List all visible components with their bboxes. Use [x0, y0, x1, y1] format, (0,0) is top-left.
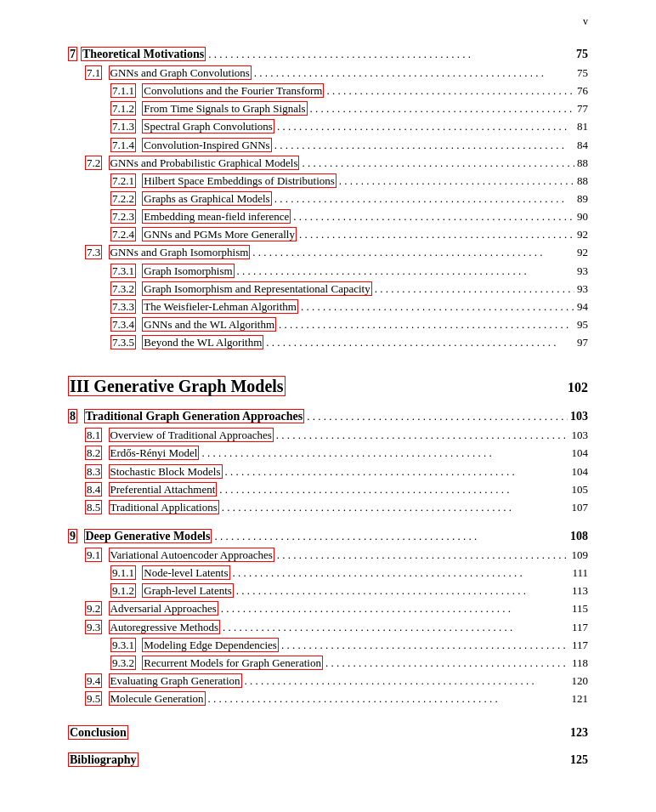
subsection-9-3-1-num[interactable]: 9.3.1 — [110, 637, 136, 654]
subsection-7-3-3: 7.3.3 The Weisfieler-Lehman Algorithm 94 — [68, 298, 588, 315]
subsection-7-1-4-title[interactable]: Convolution-Inspired GNNs — [139, 137, 272, 154]
section-8-5-num[interactable]: 8.5 — [85, 499, 102, 516]
subsection-7-3-2-dots — [375, 281, 574, 298]
chapter-9-title[interactable]: Deep Generative Models — [81, 530, 212, 543]
chapter-7-num[interactable]: 7 — [68, 48, 77, 61]
subsection-7-2-3-num[interactable]: 7.2.3 — [110, 208, 136, 225]
chapter-8-title[interactable]: Traditional Graph Generation Approaches — [81, 410, 304, 423]
section-8-3-num[interactable]: 8.3 — [85, 463, 102, 480]
subsection-7-3-4-title[interactable]: GNNs and the WL Algorithm — [139, 316, 276, 333]
chapter-7-title[interactable]: Theoretical Motivations — [81, 48, 206, 61]
subsection-7-3-1-num[interactable]: 7.3.1 — [110, 263, 136, 280]
subsection-7-1-1-page: 76 — [577, 82, 588, 99]
section-9-5-dots — [208, 690, 569, 707]
subsection-7-1-2-title[interactable]: From Time Signals to Graph Signals — [139, 100, 308, 117]
section-9-5-num[interactable]: 9.5 — [85, 690, 102, 707]
subsection-9-1-1-page: 111 — [572, 565, 588, 582]
subsection-7-2-2-title[interactable]: Graphs as Graphical Models — [139, 190, 272, 207]
chapter-8-page: 103 — [570, 410, 588, 423]
section-9-2-title[interactable]: Adversarial Approaches — [105, 600, 218, 617]
section-8-4-num[interactable]: 8.4 — [85, 481, 102, 498]
subsection-7-1-2-page: 77 — [577, 100, 588, 117]
page-number: v — [583, 15, 588, 28]
subsection-9-1-2: 9.1.2 Graph-level Latents 113 — [68, 582, 588, 599]
section-8-1-num[interactable]: 8.1 — [85, 427, 102, 444]
section-8-1-title[interactable]: Overview of Traditional Approaches — [105, 427, 274, 444]
section-7-1-title[interactable]: GNNs and Graph Convolutions — [105, 65, 252, 82]
subsection-7-3-4: 7.3.4 GNNs and the WL Algorithm 95 — [68, 316, 588, 333]
subsection-9-3-1-title[interactable]: Modeling Edge Dependencies — [139, 637, 279, 654]
subsection-7-2-3-dots — [293, 208, 574, 225]
chapter-9-num[interactable]: 9 — [68, 530, 77, 543]
section-8-3-title[interactable]: Stochastic Block Models — [105, 463, 222, 480]
subsection-9-3-1-page: 117 — [572, 637, 588, 654]
section-9-5-title[interactable]: Molecule Generation — [105, 690, 205, 707]
subsection-7-1-1-dots — [326, 82, 574, 99]
part-3-title[interactable]: III Generative Graph Models — [68, 377, 286, 396]
section-7-2-title[interactable]: GNNs and Probabilistic Graphical Models — [105, 155, 299, 172]
subsection-7-1-4-dots — [274, 137, 574, 154]
subsection-9-1-2-num[interactable]: 9.1.2 — [110, 582, 136, 599]
bibliography-title[interactable]: Bibliography — [68, 753, 139, 767]
section-9-2-num[interactable]: 9.2 — [85, 600, 102, 617]
subsection-7-3-3-title[interactable]: The Weisfieler-Lehman Algorithm — [139, 298, 298, 315]
subsection-7-2-2-num[interactable]: 7.2.2 — [110, 190, 136, 207]
section-8-4-title[interactable]: Preferential Attachment — [105, 481, 217, 498]
section-9-1-title[interactable]: Variational Autoencoder Approaches — [105, 547, 274, 564]
subsection-7-3-5-dots — [266, 334, 574, 351]
subsection-7-1-1-num[interactable]: 7.1.1 — [110, 82, 136, 99]
subsection-9-3-2-num[interactable]: 9.3.2 — [110, 655, 136, 672]
section-7-3-num[interactable]: 7.3 — [85, 244, 102, 261]
subsection-7-1-1-title[interactable]: Convolutions and the Fourier Transform — [139, 82, 324, 99]
subsection-7-1-3-title[interactable]: Spectral Graph Convolutions — [139, 118, 274, 135]
section-9-4-num[interactable]: 9.4 — [85, 673, 102, 690]
section-9-3-title[interactable]: Autoregressive Methods — [105, 619, 220, 636]
subsection-7-2-1-title[interactable]: Hilbert Space Embeddings of Distribution… — [139, 173, 336, 190]
subsection-7-3-3-num[interactable]: 7.3.3 — [110, 298, 136, 315]
section-9-1-num[interactable]: 9.1 — [85, 547, 102, 564]
subsection-9-1-2-title[interactable]: Graph-level Latents — [139, 582, 234, 599]
subsection-9-3-1: 9.3.1 Modeling Edge Dependencies 117 — [68, 637, 588, 654]
section-8-2-title[interactable]: Erdős-Rényi Model — [105, 445, 199, 462]
subsection-7-3-5-title[interactable]: Beyond the WL Algorithm — [139, 334, 263, 351]
subsection-7-2-4-title[interactable]: GNNs and PGMs More Generally — [139, 226, 297, 243]
chapter-7-page: 75 — [576, 48, 588, 61]
subsection-7-3-4-num[interactable]: 7.3.4 — [110, 316, 136, 333]
section-7-1: 7.1 GNNs and Graph Convolutions 75 — [68, 65, 588, 82]
subsection-7-2-3-page: 90 — [577, 208, 588, 225]
subsection-9-3-2-title[interactable]: Recurrent Models for Graph Generation — [139, 655, 323, 672]
subsection-7-2-4-num[interactable]: 7.2.4 — [110, 226, 136, 243]
subsection-7-3-2: 7.3.2 Graph Isomorphism and Representati… — [68, 281, 588, 298]
subsection-7-3-2-title[interactable]: Graph Isomorphism and Representational C… — [139, 281, 372, 298]
bibliography-page: 125 — [570, 753, 588, 767]
subsection-7-3-5-num[interactable]: 7.3.5 — [110, 334, 136, 351]
section-9-1-dots — [277, 547, 569, 564]
subsection-9-1-1-num[interactable]: 9.1.1 — [110, 565, 136, 582]
section-8-1-page: 103 — [572, 427, 589, 444]
subsection-7-1-2-num[interactable]: 7.1.2 — [110, 100, 136, 117]
chapter-8-num[interactable]: 8 — [68, 410, 77, 423]
section-9-3-num[interactable]: 9.3 — [85, 619, 102, 636]
subsection-9-1-1-title[interactable]: Node-level Latents — [139, 565, 230, 582]
section-9-1: 9.1 Variational Autoencoder Approaches 1… — [68, 547, 588, 564]
section-8-5-title[interactable]: Traditional Applications — [105, 499, 219, 516]
subsection-9-1-1: 9.1.1 Node-level Latents 111 — [68, 565, 588, 582]
subsection-7-1-3-num[interactable]: 7.1.3 — [110, 118, 136, 135]
section-8-1-dots — [276, 427, 569, 444]
subsection-7-1-4: 7.1.4 Convolution-Inspired GNNs 84 — [68, 137, 588, 154]
section-7-2-num[interactable]: 7.2 — [85, 155, 102, 172]
subsection-7-1-4-num[interactable]: 7.1.4 — [110, 137, 136, 154]
part-3-entry: III Generative Graph Models 102 — [68, 377, 588, 396]
subsection-7-3-2-num[interactable]: 7.3.2 — [110, 281, 136, 298]
subsection-7-3-5: 7.3.5 Beyond the WL Algorithm 97 — [68, 334, 588, 351]
subsection-7-3-1-title[interactable]: Graph Isomorphism — [139, 263, 235, 280]
subsection-7-2-3: 7.2.3 Embedding mean-field inference 90 — [68, 208, 588, 225]
section-8-2-num[interactable]: 8.2 — [85, 445, 102, 462]
conclusion-title[interactable]: Conclusion — [68, 726, 128, 740]
part-3-page: 102 — [568, 380, 588, 395]
subsection-7-2-1-num[interactable]: 7.2.1 — [110, 173, 136, 190]
section-7-3-title[interactable]: GNNs and Graph Isomorphism — [105, 244, 250, 261]
section-7-1-num[interactable]: 7.1 — [85, 65, 102, 82]
section-9-4-title[interactable]: Evaluating Graph Generation — [105, 673, 241, 690]
subsection-7-2-3-title[interactable]: Embedding mean-field inference — [139, 208, 291, 225]
